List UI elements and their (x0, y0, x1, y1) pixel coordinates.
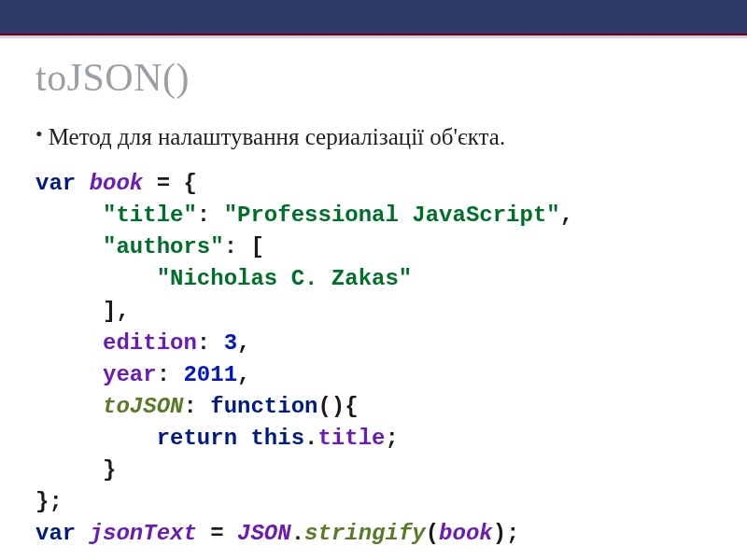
kw-var: var (35, 521, 76, 546)
punc: ( (426, 521, 439, 546)
fn-stringify: stringify (304, 521, 426, 546)
punc: = { (143, 171, 197, 196)
kw-function: function (210, 394, 317, 419)
punc: : (197, 330, 224, 356)
kw-this: this (250, 426, 304, 451)
punc: , (237, 330, 250, 356)
slide-title: toJSON() (35, 55, 712, 100)
var-jsontext: jsonText (90, 521, 197, 546)
cls-json: JSON (237, 521, 291, 546)
punc: . (291, 521, 304, 546)
arr-end: ], (103, 299, 130, 324)
punc: ); (493, 521, 520, 546)
prop-edition: edition (103, 330, 197, 356)
punc: = (197, 521, 237, 546)
punc: . (304, 426, 317, 451)
kw-return: return (157, 426, 237, 451)
obj-close: }; (35, 489, 63, 514)
prop-title: "title" (103, 203, 197, 228)
punc: ; (385, 426, 398, 451)
prop-tojson: toJSON (103, 394, 183, 419)
val-edition: 3 (224, 330, 237, 356)
punc: : [ (224, 234, 264, 259)
brace-close: } (103, 457, 116, 483)
bullet-text: Метод для налаштування сериалізації об'є… (49, 122, 505, 151)
punc: , (560, 203, 573, 228)
val-title: "Professional JavaScript" (224, 203, 560, 228)
punc: : (157, 362, 184, 387)
prop-authors: "authors" (103, 234, 224, 259)
val-author: "Nicholas C. Zakas" (157, 266, 413, 291)
val-year: 2011 (183, 362, 237, 387)
slide-content: toJSON() • Метод для налаштування сериал… (0, 38, 747, 550)
header-band (0, 0, 747, 35)
punc: (){ (317, 394, 358, 419)
bullet-item: • Метод для налаштування сериалізації об… (35, 122, 712, 151)
prop-title-ref: title (317, 426, 385, 451)
punc: : (183, 394, 210, 419)
bullet-dot-icon: • (35, 124, 43, 145)
arg-book: book (439, 521, 493, 546)
code-block: var book = { "title": "Professional Java… (35, 168, 712, 550)
punc: : (197, 203, 224, 228)
punc: , (237, 362, 250, 387)
kw-var: var (35, 171, 76, 196)
prop-year: year (103, 362, 157, 387)
var-book: book (90, 171, 144, 196)
